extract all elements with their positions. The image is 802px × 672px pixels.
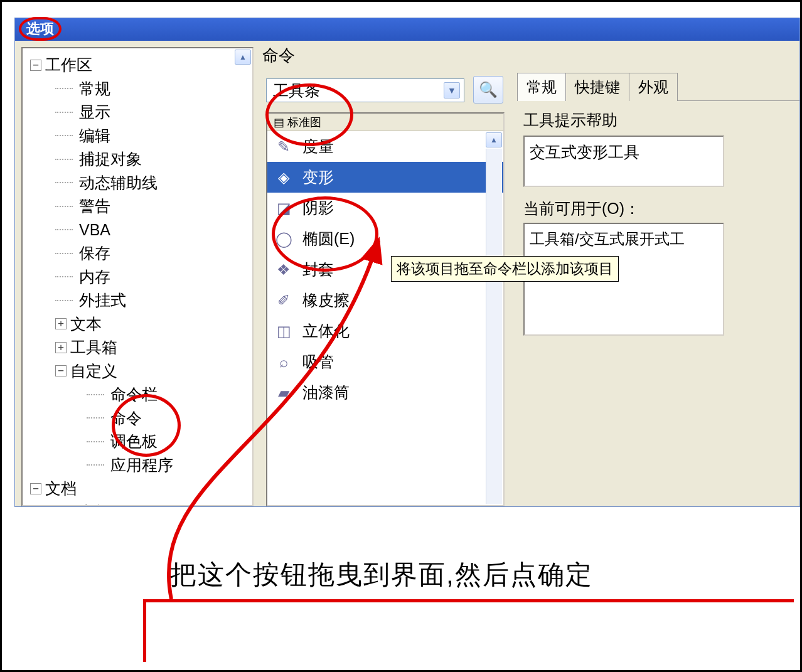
tree-leaf[interactable]: 内存 bbox=[30, 265, 252, 289]
tooltip-help-value: 交互式变形工具 bbox=[530, 143, 639, 161]
tree-leaf[interactable]: 命令栏 bbox=[30, 383, 252, 407]
drag-tooltip: 将该项目拖至命令栏以添加该项目 bbox=[391, 256, 619, 282]
tree-label: 内存 bbox=[79, 265, 110, 289]
tree-label: 调色板 bbox=[110, 430, 158, 454]
command-label: 椭圆(E) bbox=[302, 228, 355, 249]
tree-label: 常规 bbox=[79, 77, 110, 101]
command-label: 立体化 bbox=[302, 321, 350, 341]
tree-leaf[interactable]: 显示 bbox=[30, 100, 252, 124]
tree-label: 捕捉对象 bbox=[79, 147, 142, 171]
command-item[interactable]: ✐ 橡皮擦 bbox=[267, 285, 503, 316]
chevron-down-icon[interactable]: ▼ bbox=[444, 82, 460, 99]
command-label: 油漆筒 bbox=[302, 382, 350, 403]
tree-label: 保存 bbox=[79, 242, 110, 265]
tab-general[interactable]: 常规 bbox=[517, 73, 566, 101]
annotation-caption: 把这个按钮拖曳到界面,然后点确定 bbox=[170, 557, 593, 592]
tab-appearance[interactable]: 外观 bbox=[629, 73, 678, 101]
tree-node-custom[interactable]: − 自定义 bbox=[30, 360, 252, 383]
titlebar-badge: 选项 bbox=[19, 17, 61, 41]
extrude-icon: ◫ bbox=[274, 321, 294, 341]
tree-label: 工具箱 bbox=[70, 336, 117, 360]
tree-label: 文本 bbox=[70, 312, 102, 336]
tree-node-document[interactable]: − 文档 bbox=[30, 477, 252, 501]
list-header-label: 标准图 bbox=[287, 115, 321, 130]
annotated-frame: 选项 ▲ − 工作区 常规 显示 编辑 捕捉对象 动态辅助线 警告 VBA bbox=[0, 0, 802, 672]
tree-label: 外挂式 bbox=[79, 289, 126, 312]
shadow-icon: ◪ bbox=[274, 198, 294, 218]
measure-icon: ✎ bbox=[274, 137, 294, 157]
command-item-selected[interactable]: ◈ 变形 bbox=[267, 162, 503, 193]
ellipse-icon: ◯ bbox=[274, 229, 294, 249]
command-item[interactable]: ⌕ 吸管 bbox=[267, 346, 503, 377]
command-item[interactable]: ▰ 油漆筒 bbox=[267, 377, 503, 408]
command-item[interactable]: ◫ 立体化 bbox=[267, 316, 503, 346]
envelope-icon: ❖ bbox=[274, 260, 294, 280]
category-combobox[interactable]: 工具条 ▼ bbox=[266, 78, 464, 102]
command-label: 封套 bbox=[302, 259, 334, 280]
tree-label: 自定义 bbox=[70, 360, 117, 383]
list-header: ▤ 标准图 bbox=[267, 114, 503, 131]
distort-icon: ◈ bbox=[274, 168, 294, 188]
collapse-icon[interactable]: − bbox=[30, 483, 41, 494]
scrollbar-track[interactable] bbox=[486, 149, 502, 504]
command-item[interactable]: ✎ 度量 bbox=[267, 131, 503, 162]
command-item[interactable]: ◯ 椭圆(E) bbox=[267, 223, 503, 254]
tooltip-help-label: 工具提示帮助 bbox=[523, 110, 793, 131]
tree-node-toolbox[interactable]: + 工具箱 bbox=[30, 336, 252, 360]
expand-icon[interactable]: + bbox=[55, 318, 67, 329]
tree-leaf[interactable]: 捕捉对象 bbox=[30, 147, 252, 171]
properties-body: 工具提示帮助 交互式变形工具 当前可用于(O)： 工具箱/交互式展开式工 bbox=[517, 101, 799, 344]
tree-leaf[interactable]: 动态辅助线 bbox=[30, 171, 252, 195]
annotation-vertical-stroke bbox=[143, 599, 146, 662]
tree-scroll-up-button[interactable]: ▲ bbox=[235, 50, 251, 65]
command-label: 吸管 bbox=[302, 351, 334, 372]
tree-label: 命令 bbox=[110, 407, 142, 430]
collapse-icon[interactable]: − bbox=[55, 365, 67, 376]
binoculars-icon: 🔍 bbox=[479, 81, 498, 99]
annotation-underline bbox=[143, 599, 794, 602]
tree-leaf[interactable]: 调色板 bbox=[30, 430, 252, 454]
properties-panel: 常规 快捷键 外观 工具提示帮助 交互式变形工具 当前可用于(O)： 工具箱/交… bbox=[517, 72, 799, 506]
tree-leaf[interactable]: 保存 bbox=[30, 242, 252, 265]
command-label: 变形 bbox=[302, 167, 334, 188]
tab-shortcut[interactable]: 快捷键 bbox=[565, 73, 629, 101]
titlebar: 选项 bbox=[15, 18, 799, 41]
tree-label: 动态辅助线 bbox=[79, 171, 158, 195]
collapse-icon[interactable]: − bbox=[30, 60, 41, 71]
tree-label: 命令栏 bbox=[110, 383, 158, 407]
command-label: 度量 bbox=[302, 136, 334, 157]
available-in-value: 工具箱/交互式展开式工 bbox=[530, 230, 685, 247]
expand-icon[interactable]: + bbox=[55, 342, 67, 353]
tooltip-help-textbox[interactable]: 交互式变形工具 bbox=[523, 136, 724, 187]
combo-value: 工具条 bbox=[273, 80, 320, 101]
tree-label: 文档 bbox=[45, 477, 77, 501]
tree-leaf[interactable]: 常规 bbox=[30, 77, 252, 101]
tree-label: 常规 bbox=[79, 501, 110, 507]
tree-label: 警告 bbox=[79, 195, 110, 218]
tree-label: 工作区 bbox=[45, 53, 92, 77]
tree-leaf[interactable]: 常规 bbox=[30, 501, 252, 507]
list-header-icon: ▤ bbox=[274, 115, 284, 129]
paintbucket-icon: ▰ bbox=[274, 383, 294, 403]
list-scroll-up-button[interactable]: ▲ bbox=[486, 132, 502, 147]
command-list: ▤ 标准图 ▲ ✎ 度量 ◈ 变形 ◪ 阴影 bbox=[266, 112, 505, 506]
tree-node-text[interactable]: + 文本 bbox=[30, 312, 252, 336]
eraser-icon: ✐ bbox=[274, 291, 294, 311]
tree-leaf[interactable]: 外挂式 bbox=[30, 289, 252, 312]
properties-tabs: 常规 快捷键 外观 bbox=[517, 72, 799, 101]
tree-label: 应用程序 bbox=[110, 454, 173, 477]
section-title: 命令 bbox=[262, 45, 295, 67]
eyedropper-icon: ⌕ bbox=[274, 352, 294, 372]
tree-leaf[interactable]: VBA bbox=[30, 218, 252, 242]
tree-leaf[interactable]: 应用程序 bbox=[30, 454, 252, 477]
tree-leaf[interactable]: 编辑 bbox=[30, 124, 252, 148]
find-button[interactable]: 🔍 bbox=[473, 76, 503, 104]
tree-leaf-commands[interactable]: 命令 bbox=[30, 407, 252, 430]
options-tree: − 工作区 常规 显示 编辑 捕捉对象 动态辅助线 警告 VBA 保存 内存 外… bbox=[23, 48, 252, 506]
tree-leaf[interactable]: 警告 bbox=[30, 195, 252, 218]
tree-label: VBA bbox=[79, 218, 110, 242]
command-item[interactable]: ◪ 阴影 bbox=[267, 193, 503, 223]
tree-label: 显示 bbox=[79, 100, 110, 124]
available-in-label: 当前可用于(O)： bbox=[523, 198, 793, 219]
tree-node-workspace[interactable]: − 工作区 bbox=[30, 53, 252, 77]
